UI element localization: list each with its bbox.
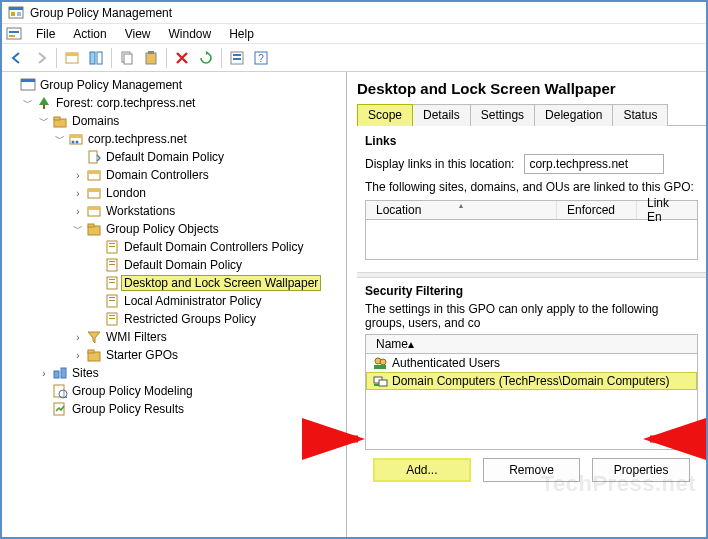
tree-gpo-item[interactable]: Local Administrator Policy [90,292,346,310]
svg-point-27 [72,141,75,144]
ou-icon [86,203,102,219]
tree-label: Restricted Groups Policy [122,312,258,326]
expand-icon[interactable]: ﹀ [38,114,50,128]
tree-forest[interactable]: ﹀ Forest: corp.techpress.net [22,94,346,112]
svg-rect-33 [88,189,100,192]
toolbar-separator [166,48,167,68]
help-button[interactable]: ? [250,47,272,69]
tree-gpo-folder[interactable]: ﹀ Group Policy Objects [72,220,346,238]
forward-button[interactable] [30,47,52,69]
expand-icon[interactable]: › [72,206,84,217]
tab-settings[interactable]: Settings [470,104,535,126]
tree-label: Default Domain Policy [122,258,244,272]
forest-icon [36,95,52,111]
tree-starter-gpos[interactable]: › Starter GPOs [72,346,346,364]
tree-label: WMI Filters [104,330,169,344]
tree-label: Workstations [104,204,177,218]
gpm-icon [20,77,36,93]
expand-icon[interactable]: › [72,350,84,361]
svg-rect-55 [54,371,59,378]
tree-label: corp.techpress.net [86,132,189,146]
tree-sites[interactable]: › Sites [38,364,346,382]
svg-rect-21 [21,79,35,82]
svg-rect-49 [109,300,115,301]
security-row-domain-computers[interactable]: Domain Computers (TechPress\Domain Compu… [366,372,697,390]
security-row-auth-users[interactable]: Authenticated Users [366,354,697,372]
expand-icon[interactable]: › [72,332,84,343]
toolbar-separator [221,48,222,68]
tree-gpo-item-selected[interactable]: Desktop and Lock Screen Wallpaper [90,274,346,292]
svg-rect-26 [70,135,82,138]
expand-icon[interactable]: › [38,368,50,379]
copy-button[interactable] [116,47,138,69]
properties-button[interactable]: Properties [592,458,690,482]
results-icon [52,401,68,417]
col-name[interactable]: Name▴ [366,337,697,351]
svg-rect-1 [9,7,23,10]
links-list-header: Location▴ Enforced Link En [365,200,698,220]
tree-default-domain-policy[interactable]: Default Domain Policy [72,148,346,166]
titlebar: Group Policy Management [2,2,706,24]
svg-rect-45 [109,279,115,280]
svg-point-61 [380,359,386,365]
delete-button[interactable] [171,47,193,69]
expand-icon[interactable]: › [72,170,84,181]
tree-label: Domain Controllers [104,168,211,182]
tree-results[interactable]: Group Policy Results [38,400,346,418]
svg-rect-42 [109,261,115,262]
tree-wmi-filters[interactable]: › WMI Filters [72,328,346,346]
remove-button[interactable]: Remove [483,458,581,482]
col-location[interactable]: Location▴ [366,201,557,219]
tree-domain-controllers[interactable]: › Domain Controllers [72,166,346,184]
tree-pane: Group Policy Management ﹀ Forest: corp.t… [2,72,347,537]
toolbar-separator [111,48,112,68]
paste-button[interactable] [140,47,162,69]
tree-gpo-item[interactable]: Default Domain Controllers Policy [90,238,346,256]
menu-file[interactable]: File [28,25,63,43]
links-list-body[interactable] [365,220,698,260]
tab-status[interactable]: Status [612,104,668,126]
show-hide-button[interactable] [85,47,107,69]
tab-details[interactable]: Details [412,104,471,126]
back-button[interactable] [6,47,28,69]
security-desc: The settings in this GPO can only apply … [365,302,698,330]
menu-action[interactable]: Action [65,25,114,43]
svg-rect-29 [89,151,97,163]
tree-gpo-item[interactable]: Restricted Groups Policy [90,310,346,328]
menu-window[interactable]: Window [161,25,220,43]
tree-gpo-item[interactable]: Default Domain Policy [90,256,346,274]
links-desc: The following sites, domains, and OUs ar… [365,180,698,194]
svg-rect-65 [374,384,379,386]
menu-view[interactable]: View [117,25,159,43]
folder-icon [86,221,102,237]
tree-workstations[interactable]: › Workstations [72,202,346,220]
properties-button[interactable] [226,47,248,69]
refresh-button[interactable] [195,47,217,69]
expand-icon[interactable]: ﹀ [54,132,66,146]
new-window-button[interactable] [61,47,83,69]
tree-label: Sites [70,366,101,380]
tree-label: Domains [70,114,121,128]
toolbar-separator [56,48,57,68]
tab-scope[interactable]: Scope [357,104,413,126]
add-button[interactable]: Add... [373,458,471,482]
tree-london[interactable]: › London [72,184,346,202]
col-enforced[interactable]: Enforced [557,201,637,219]
links-location-input[interactable] [524,154,664,174]
menu-help[interactable]: Help [221,25,262,43]
pane-divider[interactable] [357,272,706,278]
tree-label: Starter GPOs [104,348,180,362]
expand-icon[interactable]: › [72,188,84,199]
security-list-body[interactable]: Authenticated Users Domain Computers (Te… [365,354,698,450]
tree-domain[interactable]: ﹀ corp.techpress.net [54,130,346,148]
tree-domains[interactable]: ﹀ Domains [38,112,346,130]
domain-icon [68,131,84,147]
col-link-enabled[interactable]: Link En [637,201,697,219]
tree-modeling[interactable]: Group Policy Modeling [38,382,346,400]
expand-icon[interactable]: ﹀ [72,222,84,236]
tree-root[interactable]: Group Policy Management [6,76,346,94]
expand-icon[interactable]: ﹀ [22,96,34,110]
svg-rect-12 [124,54,132,64]
svg-rect-54 [88,350,94,353]
tab-delegation[interactable]: Delegation [534,104,613,126]
